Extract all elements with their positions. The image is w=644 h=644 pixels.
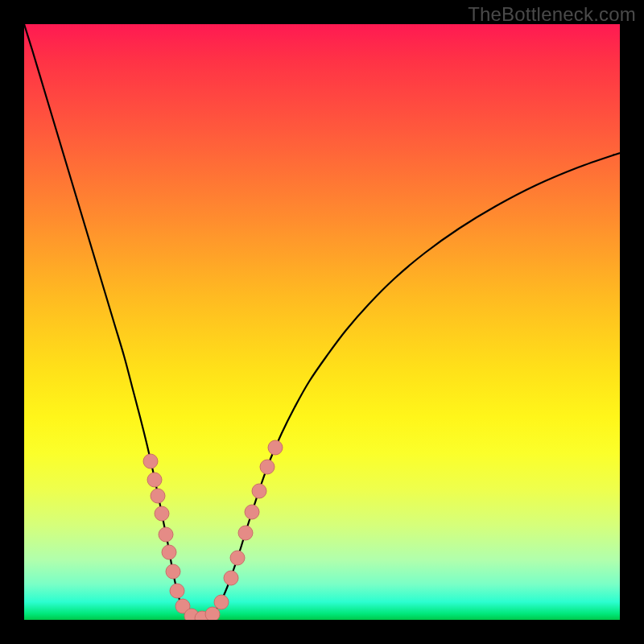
marker-dot — [260, 460, 275, 474]
data-markers — [143, 440, 283, 620]
marker-dot — [151, 489, 165, 503]
marker-dot — [143, 454, 158, 469]
chart-gradient-area — [24, 24, 620, 620]
marker-dot — [159, 527, 173, 542]
marker-dot — [170, 584, 184, 598]
marker-dot — [238, 526, 253, 540]
bottleneck-curve-plot — [24, 24, 620, 620]
marker-dot — [230, 551, 245, 565]
marker-dot — [268, 440, 283, 455]
curve-right — [198, 153, 620, 620]
marker-dot — [224, 571, 238, 585]
marker-dot — [162, 545, 176, 559]
marker-dot — [147, 473, 162, 487]
marker-dot — [155, 506, 169, 521]
marker-dot — [245, 505, 259, 519]
marker-dot — [166, 564, 180, 579]
marker-dot — [214, 595, 229, 609]
marker-dot — [205, 607, 220, 620]
marker-dot — [252, 484, 266, 498]
watermark-text: TheBottleneck.com — [468, 3, 636, 26]
